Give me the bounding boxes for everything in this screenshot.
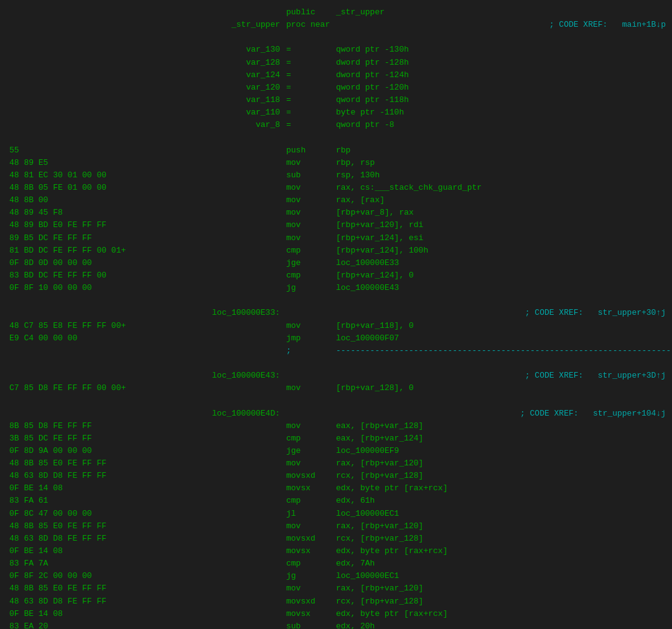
bytes-column: 83 FA 61 <box>6 495 156 507</box>
table-row: var_110= byte ptr -110h <box>6 106 666 119</box>
operands-column: [rbp+var_124], 100h <box>336 245 666 257</box>
bytes-column: 81 BD DC FE FF FF 00 01+ <box>6 245 156 257</box>
label-column <box>156 620 286 629</box>
mnemonic-column: = <box>286 106 336 119</box>
label-column <box>156 269 286 282</box>
operands-column: edx, byte ptr [rax+rcx] <box>336 545 666 557</box>
table-row: 0F 8C 47 00 00 00jl loc_100000EC1 <box>6 508 666 520</box>
bytes-column <box>6 19 156 31</box>
label-column: var_130 <box>156 44 286 56</box>
label-column <box>156 470 286 482</box>
bytes-column <box>6 307 156 319</box>
bytes-column <box>6 44 156 56</box>
table-row: 48 8B 05 FE 01 00 00mov rax, cs:___stack… <box>6 182 666 194</box>
operands-column: loc_100000F07 <box>336 332 666 345</box>
table-row: 48 8B 00mov rax, [rax] <box>6 194 666 207</box>
label-column <box>156 219 286 231</box>
bytes-column: 48 63 8D D8 FE FF FF <box>6 533 156 545</box>
operands-column: rax, cs:___stack_chk_guard_ptr <box>336 182 666 194</box>
operands-column <box>336 408 514 420</box>
table-row: 48 63 8D D8 FE FF FFmovsxd rcx, [rbp+var… <box>6 470 666 482</box>
label-column <box>156 495 286 507</box>
table-row <box>6 357 666 370</box>
operands-column: qword ptr -130h <box>336 44 666 56</box>
table-row: var_8= qword ptr -8 <box>6 119 666 131</box>
operands-column: [rbp+var_124], esi <box>336 232 666 245</box>
bytes-column: 83 BD DC FE FF FF 00 <box>6 269 156 282</box>
bytes-column: 48 81 EC 30 01 00 00 <box>6 169 156 182</box>
label-column <box>156 157 286 169</box>
table-row: var_118= qword ptr -118h <box>6 94 666 106</box>
mnemonic-column: push <box>286 144 336 157</box>
label-column <box>156 257 286 269</box>
table-row: 0F BE 14 08movsx edx, byte ptr [rax+rcx] <box>6 545 666 557</box>
label-column: _str_upper <box>156 19 286 31</box>
operands-column: rcx, [rbp+var_128] <box>336 595 666 608</box>
table-row: loc_100000E33:; CODE XREF: str_upper+30↑… <box>6 307 666 319</box>
operands-column: [rbp+var_8], rax <box>336 207 666 219</box>
mnemonic-column: jge <box>286 445 336 457</box>
bytes-column: 48 89 E5 <box>6 157 156 169</box>
operands-column: rax, [rbp+var_120] <box>336 457 666 470</box>
table-row: 0F 8F 2C 00 00 00jg loc_100000EC1 <box>6 570 666 582</box>
mnemonic-column: mov <box>286 457 336 470</box>
operands-column: loc_100000E33 <box>336 257 666 269</box>
label-column: var_128 <box>156 57 286 69</box>
table-row: 83 FA 61cmp edx, 61h <box>6 495 666 507</box>
operands-column: _str_upper <box>336 6 666 19</box>
mnemonic-column <box>286 370 336 382</box>
operands-column <box>336 370 519 382</box>
mnemonic-column: mov <box>286 182 336 194</box>
label-column <box>156 582 286 595</box>
label-column: var_8 <box>156 119 286 131</box>
label-column <box>156 332 286 345</box>
label-column: var_110 <box>156 106 286 119</box>
label-column <box>156 144 286 157</box>
bytes-column <box>6 6 156 19</box>
bytes-column: 83 EA 20 <box>6 620 156 629</box>
operands-column: edx, byte ptr [rax+rcx] <box>336 608 666 620</box>
bytes-column: 0F 8D 9A 00 00 00 <box>6 445 156 457</box>
table-row: 48 63 8D D8 FE FF FFmovsxd rcx, [rbp+var… <box>6 533 666 545</box>
label-column: loc_100000E43: <box>156 370 286 382</box>
mnemonic-column: ; <box>286 345 336 357</box>
bytes-column <box>6 69 156 82</box>
bytes-column: 89 B5 DC FE FF FF <box>6 232 156 245</box>
label-column <box>156 445 286 457</box>
bytes-column: 48 8B 00 <box>6 194 156 207</box>
label-column <box>156 169 286 182</box>
bytes-column: 8B 85 D8 FE FF FF <box>6 420 156 432</box>
mnemonic-column: movsxd <box>286 470 336 482</box>
table-row: loc_100000E4D:; CODE XREF: str_upper+104… <box>6 408 666 420</box>
bytes-column: 0F 8D 0D 00 00 00 <box>6 257 156 269</box>
bytes-column: 0F 8F 2C 00 00 00 <box>6 570 156 582</box>
bytes-column: 48 C7 85 E8 FE FF FF 00+ <box>6 320 156 332</box>
operands-column: edx, 20h <box>336 620 666 629</box>
table-row: 81 BD DC FE FF FF 00 01+cmp [rbp+var_124… <box>6 245 666 257</box>
table-row <box>6 394 666 407</box>
operands-column <box>336 19 543 31</box>
bytes-column: 0F 8F 10 00 00 00 <box>6 282 156 294</box>
mnemonic-column: public <box>286 6 336 19</box>
table-row: 83 FA 7Acmp edx, 7Ah <box>6 557 666 570</box>
operands-column: rax, [rbp+var_120] <box>336 582 666 595</box>
bytes-column: 0F 8C 47 00 00 00 <box>6 508 156 520</box>
table-row: 0F 8D 9A 00 00 00jge loc_100000EF9 <box>6 445 666 457</box>
bytes-column: 83 FA 7A <box>6 557 156 570</box>
mnemonic-column: cmp <box>286 245 336 257</box>
bytes-column: 48 89 45 F8 <box>6 207 156 219</box>
table-row: ; --------------------------------------… <box>6 345 666 357</box>
label-column <box>156 545 286 557</box>
label-column <box>156 232 286 245</box>
bytes-column <box>6 82 156 94</box>
operands-column: qword ptr -118h <box>336 94 666 106</box>
label-column <box>156 382 286 394</box>
operands-column: eax, [rbp+var_124] <box>336 432 666 445</box>
mnemonic-column: jg <box>286 570 336 582</box>
label-column <box>156 182 286 194</box>
mnemonic-column: = <box>286 82 336 94</box>
bytes-column <box>6 57 156 69</box>
comment-column: ; CODE XREF: str_upper+104↓j <box>514 408 666 420</box>
operands-column: loc_100000EF9 <box>336 445 666 457</box>
bytes-column: 48 8B 85 E0 FE FF FF <box>6 520 156 533</box>
